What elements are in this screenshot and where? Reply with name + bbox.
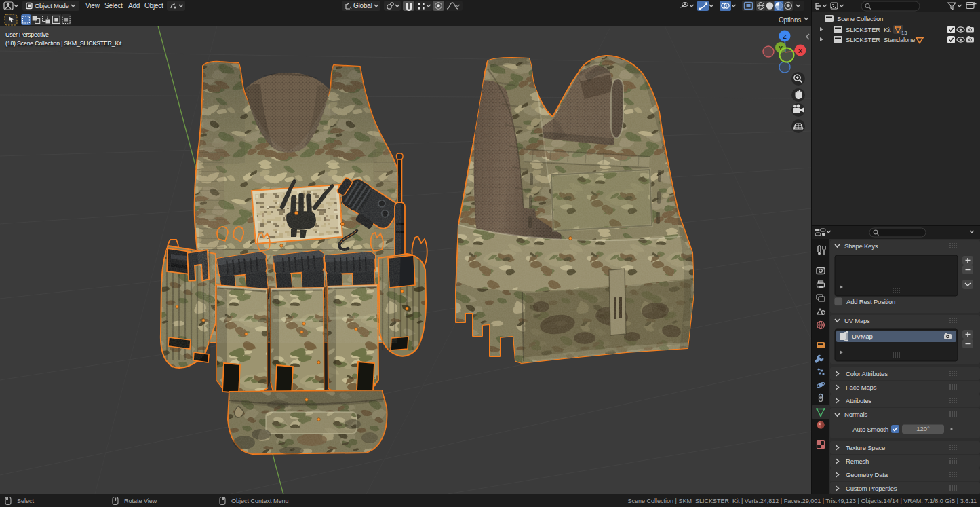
svg-text:Custom Properties: Custom Properties [846,485,897,492]
svg-text:View: View [85,2,100,10]
svg-text:Geometry Data: Geometry Data [846,471,888,478]
svg-text:120°: 120° [916,425,930,432]
svg-text:X: X [798,48,802,54]
svg-text:Select: Select [104,2,123,10]
svg-text:Z: Z [783,33,787,40]
svg-text:UVMap: UVMap [852,333,873,340]
svg-text:Texture Space: Texture Space [846,444,885,451]
svg-text:Normals: Normals [844,411,867,418]
svg-text:SLICKSTER_Kit: SLICKSTER_Kit [846,26,891,33]
svg-text:Global: Global [353,2,372,10]
svg-text:Add: Add [128,2,140,10]
svg-text:UV Maps: UV Maps [844,317,870,324]
svg-text:Object: Object [144,2,163,10]
svg-text:Scene Collection: Scene Collection [837,15,883,22]
svg-text:Options: Options [779,16,801,24]
svg-text:Attributes: Attributes [846,397,872,405]
svg-text:Color Attributes: Color Attributes [846,370,888,377]
svg-text:SLICKSTER_Standalone: SLICKSTER_Standalone [846,36,915,43]
svg-text:Remesh: Remesh [846,457,869,465]
svg-text:Face Maps: Face Maps [846,383,877,391]
svg-text:Shape Keys: Shape Keys [844,242,878,250]
svg-text:Object Mode: Object Mode [35,2,69,10]
svg-text:Auto Smooth: Auto Smooth [852,426,888,433]
svg-text:Add Rest Position: Add Rest Position [846,298,895,305]
